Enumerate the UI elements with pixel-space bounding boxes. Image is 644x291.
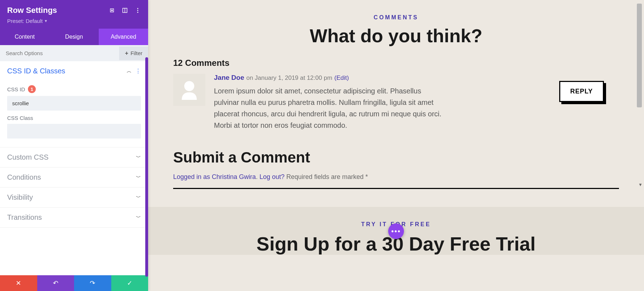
search-row: + Filter (0, 45, 148, 61)
logout-link[interactable]: Log out? (259, 173, 284, 180)
section-kebab-icon[interactable]: ⋮ (135, 68, 141, 74)
chevron-down-icon: ﹀ (136, 214, 141, 221)
css-id-label-row: CSS ID 1 (7, 85, 141, 93)
submit-heading: Submit a Comment (173, 149, 619, 166)
fab-more-button[interactable]: ••• (388, 223, 404, 239)
svg-point-5 (137, 10, 138, 11)
section-header-customcss[interactable]: Custom CSS ﹀ (0, 147, 148, 167)
panel-body: CSS ID & Classes ︿ ⋮ CSS ID 1 CSS Class … (0, 61, 148, 275)
preview-pane: COMMENTS What do you think? 12 Comments … (148, 0, 644, 291)
panel-title: Row Settings (7, 6, 57, 15)
chevron-down-icon: ﹀ (136, 174, 141, 181)
comment-text: Lorem ipsum dolor sit amet, consectetur … (214, 85, 443, 131)
required-text: Required fields are marked * (284, 173, 368, 180)
section-visibility: Visibility ﹀ (0, 188, 148, 208)
css-id-input[interactable] (7, 96, 141, 111)
dot-sep: . (256, 173, 259, 180)
section-transitions: Transitions ﹀ (0, 208, 148, 228)
comment-item: Jane Doe on January 1, 2019 at 12:00 pm … (173, 74, 619, 131)
expand-icon[interactable] (109, 7, 115, 14)
preset-selector[interactable]: Preset: Default ▼ (7, 18, 48, 24)
submit-meta: Logged in as Christina Gwira. Log out? R… (173, 173, 619, 181)
comment-meta: on January 1, 2019 at 12:00 pm (246, 74, 332, 82)
sidebar-scrollbar[interactable] (145, 57, 148, 277)
section-title: Transitions (7, 213, 42, 222)
section-conditions: Conditions ﹀ (0, 168, 148, 188)
sidebar-header: Row Settings Preset: Default ▼ (0, 0, 148, 29)
css-class-label: CSS Class (7, 115, 141, 121)
responsive-icon[interactable] (122, 7, 128, 14)
tab-advanced[interactable]: Advanced (99, 29, 148, 45)
section-header-transitions[interactable]: Transitions ﹀ (0, 208, 148, 227)
svg-point-6 (137, 12, 138, 13)
comments-heading: What do you think? (173, 25, 619, 47)
css-class-input[interactable] (7, 124, 141, 139)
css-id-badge: 1 (28, 85, 36, 93)
reply-button[interactable]: REPLY (559, 81, 604, 102)
section-title: Custom CSS (7, 153, 49, 161)
section-title: Visibility (7, 193, 33, 202)
chevron-down-icon: ﹀ (136, 194, 141, 201)
plus-icon: + (125, 50, 128, 57)
section-title: Conditions (7, 173, 41, 181)
section-custom-css: Custom CSS ﹀ (0, 147, 148, 168)
dots-icon: ••• (391, 227, 401, 236)
css-id-label: CSS ID (7, 86, 25, 92)
chevron-up-icon: ︿ (127, 68, 132, 74)
preset-label: Preset: Default (7, 18, 43, 24)
filter-button[interactable]: + Filter (119, 47, 148, 60)
save-button[interactable]: ✓ (111, 275, 148, 291)
kebab-icon[interactable] (135, 7, 141, 14)
svg-point-4 (137, 8, 138, 9)
preview-scrollbar[interactable] (637, 4, 642, 107)
settings-sidebar: Row Settings Preset: Default ▼ Content D… (0, 0, 148, 291)
caret-down-icon: ▼ (44, 19, 48, 23)
search-input[interactable] (0, 45, 119, 61)
comments-eyebrow: COMMENTS (173, 14, 619, 21)
comment-edit-link[interactable]: (Edit) (335, 74, 349, 82)
tab-design[interactable]: Design (49, 29, 99, 45)
filter-label: Filter (131, 50, 142, 56)
section-css-id-classes: CSS ID & Classes ︿ ⋮ CSS ID 1 CSS Class (0, 61, 148, 147)
undo-button[interactable]: ↶ (37, 275, 74, 291)
comment-author[interactable]: Jane Doe (214, 74, 244, 82)
avatar (173, 74, 205, 106)
logged-in-link[interactable]: Logged in as Christina Gwira (173, 173, 256, 180)
chevron-down-icon: ﹀ (136, 154, 141, 161)
section-header-conditions[interactable]: Conditions ﹀ (0, 168, 148, 187)
svg-point-7 (184, 81, 194, 91)
tabs-row: Content Design Advanced (0, 29, 148, 45)
redo-button[interactable]: ↷ (74, 275, 111, 291)
svg-point-1 (112, 10, 113, 11)
tab-content[interactable]: Content (0, 29, 49, 45)
footer-actions: ✕ ↶ ↷ ✓ (0, 275, 148, 291)
comment-textarea-top[interactable] (173, 188, 619, 189)
section-title: CSS ID & Classes (7, 67, 65, 75)
close-button[interactable]: ✕ (0, 275, 37, 291)
preview-caret-down-icon[interactable]: ▼ (638, 182, 643, 187)
section-header-visibility[interactable]: Visibility ﹀ (0, 188, 148, 207)
comments-count: 12 Comments (173, 58, 619, 68)
section-header-css[interactable]: CSS ID & Classes ︿ ⋮ (0, 61, 148, 81)
